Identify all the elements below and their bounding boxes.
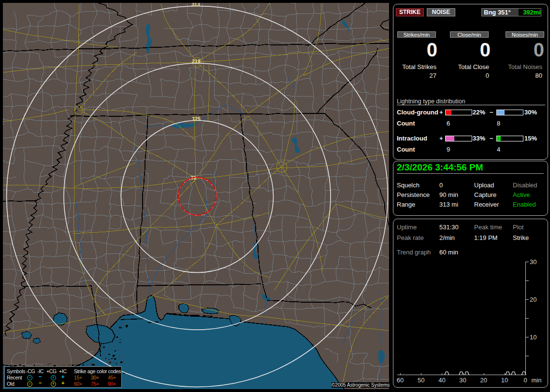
svg-text:20: 20 <box>530 296 536 303</box>
svg-text:50: 50 <box>418 377 424 384</box>
svg-text:30: 30 <box>530 258 536 266</box>
svg-text:125: 125 <box>192 116 201 122</box>
svg-text:10: 10 <box>530 334 536 341</box>
svg-text:219: 219 <box>192 58 201 64</box>
svg-text:20: 20 <box>480 377 487 384</box>
svg-text:min: min <box>532 377 542 384</box>
svg-text:40: 40 <box>438 377 445 384</box>
svg-text:0: 0 <box>524 377 527 384</box>
svg-text:10: 10 <box>501 377 508 384</box>
svg-text:30: 30 <box>459 377 466 384</box>
svg-text:60: 60 <box>397 377 404 384</box>
